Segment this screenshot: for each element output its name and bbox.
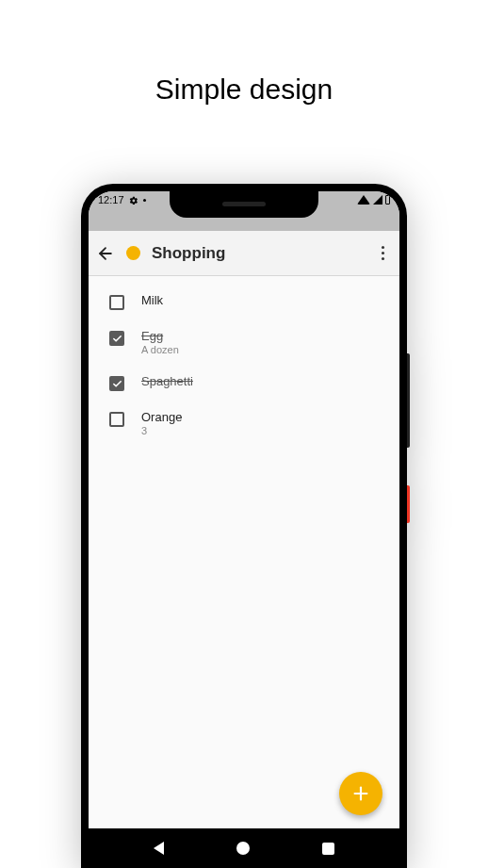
arrow-left-icon	[96, 244, 115, 263]
app-bar: Shopping	[89, 231, 399, 276]
list-item[interactable]: EggA dozen	[89, 319, 399, 365]
device-frame: 12:17 Shopping	[81, 184, 407, 868]
gear-icon	[129, 196, 138, 205]
list-title: Shopping	[152, 244, 225, 263]
battery-icon	[385, 195, 390, 205]
back-button[interactable]	[96, 244, 115, 263]
item-title: Milk	[141, 293, 163, 307]
item-checkbox[interactable]	[109, 295, 124, 310]
item-title: Egg	[141, 329, 179, 343]
list-item[interactable]: Orange3	[89, 401, 399, 446]
check-icon	[112, 379, 122, 389]
item-subtitle: 3	[141, 425, 182, 436]
plus-icon	[350, 783, 371, 804]
overflow-menu-button[interactable]	[373, 246, 392, 260]
list-item[interactable]: Spaghetti	[89, 365, 399, 401]
nav-recent-button[interactable]	[322, 843, 334, 855]
android-nav-bar	[89, 828, 399, 868]
signal-icon	[373, 195, 382, 205]
item-checkbox[interactable]	[109, 376, 124, 391]
notch	[170, 191, 318, 218]
item-checkbox[interactable]	[109, 331, 124, 346]
item-title: Orange	[141, 410, 182, 424]
nav-home-button[interactable]	[236, 842, 250, 855]
nav-back-button[interactable]	[154, 842, 164, 855]
status-time: 12:17	[98, 195, 124, 205]
wifi-icon	[357, 195, 370, 205]
list-color-dot	[126, 246, 140, 260]
promo-heading: Simple design	[0, 74, 488, 106]
add-item-fab[interactable]	[339, 772, 382, 815]
todo-list: MilkEggA dozenSpaghettiOrange3	[89, 276, 399, 453]
item-checkbox[interactable]	[109, 412, 124, 427]
item-title: Spaghetti	[141, 374, 193, 388]
list-item[interactable]: Milk	[89, 284, 399, 319]
item-subtitle: A dozen	[141, 344, 179, 355]
check-icon	[112, 334, 122, 344]
status-dot-icon	[143, 199, 146, 202]
